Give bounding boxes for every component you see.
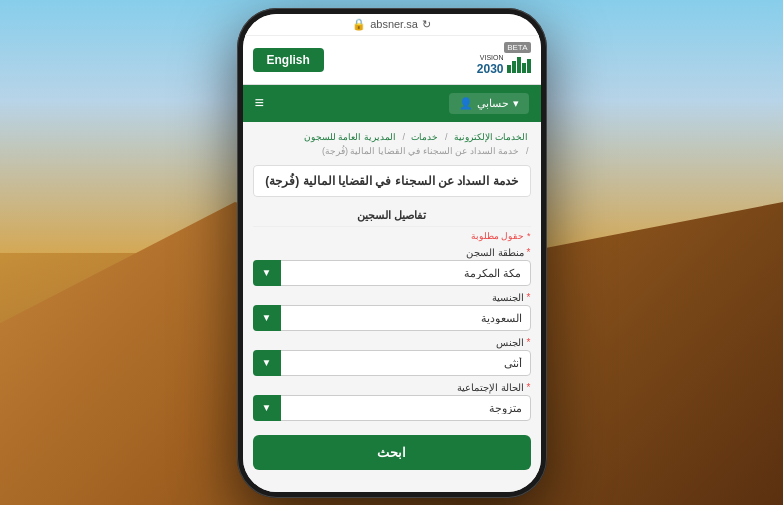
bar3 xyxy=(517,57,521,73)
bar1 xyxy=(507,65,511,73)
section-title: تفاصيل السجين xyxy=(253,205,531,227)
submit-button[interactable]: ابحث xyxy=(253,435,531,470)
breadcrumb-item1: الخدمات الإلكترونية xyxy=(454,132,529,142)
prison-region-label: * منطقة السجن xyxy=(253,247,531,258)
marital-status-select[interactable]: متزوجة xyxy=(253,395,531,421)
form-group-gender: * الجنس ▼ أنثى xyxy=(253,337,531,376)
breadcrumb-item3: المديرية العامة للسجون xyxy=(304,132,396,142)
gender-wrapper: ▼ أنثى xyxy=(253,350,531,376)
form-group-nationality: * الجنسية ▼ السعودية xyxy=(253,292,531,331)
breadcrumb-sep3: / xyxy=(526,146,529,156)
vision-bars xyxy=(507,57,531,73)
nationality-select[interactable]: السعودية xyxy=(253,305,531,331)
bar4 xyxy=(522,63,526,73)
marital-status-wrapper: ▼ متزوجة xyxy=(253,395,531,421)
nav-bar: ≡ ▾ حسابي 👤 xyxy=(243,85,541,122)
bar5 xyxy=(527,59,531,73)
english-button[interactable]: English xyxy=(253,48,324,72)
url-bar: 🔒 absner.sa ↻ xyxy=(352,18,431,31)
form-group-marital-status: * الحالة الإجتماعية ▼ متزوجة xyxy=(253,382,531,421)
vision-year: 2030 xyxy=(477,62,504,78)
url-text: absner.sa xyxy=(370,18,418,30)
required-note: * حقول مطلوبة xyxy=(253,231,531,241)
breadcrumb-sep2: / xyxy=(402,132,405,142)
page-title: خدمة السداد عن السجناء في القضايا المالي… xyxy=(253,165,531,197)
select-arrow-icon3: ▼ xyxy=(253,350,281,376)
main-content: الخدمات الإلكترونية / خدمات / المديرية ا… xyxy=(243,122,541,492)
prison-region-select[interactable]: مكة المكرمة xyxy=(253,260,531,286)
account-button[interactable]: ▾ حسابي 👤 xyxy=(449,93,529,114)
breadcrumb-item4: خدمة السداد عن السجناء في القضايا المالي… xyxy=(322,146,520,156)
logo-area: BETA VISION 2030 xyxy=(477,42,531,78)
prison-region-wrapper: ▼ مكة المكرمة xyxy=(253,260,531,286)
chevron-down-icon: ▾ xyxy=(513,97,519,110)
phone-screen: 🔒 absner.sa ↻ English BETA VISION 2030 xyxy=(243,14,541,492)
gender-select[interactable]: أنثى xyxy=(253,350,531,376)
breadcrumb-sep1: / xyxy=(445,132,448,142)
nationality-wrapper: ▼ السعودية xyxy=(253,305,531,331)
select-arrow-icon4: ▼ xyxy=(253,395,281,421)
lock-icon: 🔒 xyxy=(352,18,366,31)
form-group-prison-region: * منطقة السجن ▼ مكة المكرمة xyxy=(253,247,531,286)
refresh-icon[interactable]: ↻ xyxy=(422,18,431,31)
breadcrumb: الخدمات الإلكترونية / خدمات / المديرية ا… xyxy=(253,130,531,159)
bar2 xyxy=(512,61,516,73)
select-arrow-icon2: ▼ xyxy=(253,305,281,331)
vision-logo: BETA VISION 2030 xyxy=(477,42,531,78)
beta-badge: BETA xyxy=(504,42,530,54)
select-arrow-icon: ▼ xyxy=(253,260,281,286)
nationality-label: * الجنسية xyxy=(253,292,531,303)
account-icon: 👤 xyxy=(459,97,473,110)
account-label: حسابي xyxy=(477,97,509,110)
vision-label: VISION xyxy=(477,53,504,62)
breadcrumb-item2: خدمات xyxy=(411,132,438,142)
status-bar: 🔒 absner.sa ↻ xyxy=(243,14,541,36)
submit-area: ابحث xyxy=(253,427,531,478)
marital-status-label: * الحالة الإجتماعية xyxy=(253,382,531,393)
gender-label: * الجنس xyxy=(253,337,531,348)
hamburger-icon[interactable]: ≡ xyxy=(255,94,264,112)
top-bar: English BETA VISION 2030 xyxy=(243,36,541,85)
phone-frame: 🔒 absner.sa ↻ English BETA VISION 2030 xyxy=(237,8,547,498)
